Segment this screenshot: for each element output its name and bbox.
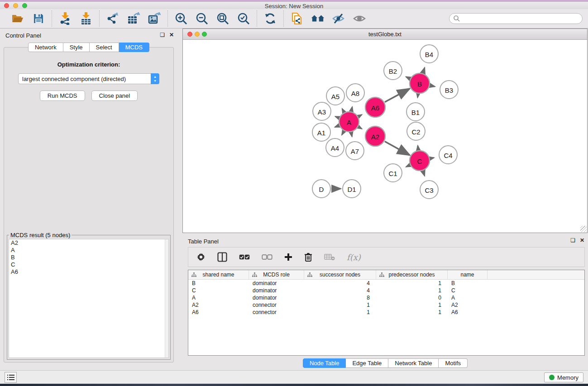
- table-cell[interactable]: 1: [304, 309, 376, 316]
- refresh-icon[interactable]: [263, 12, 277, 25]
- open-session-icon[interactable]: [11, 12, 24, 25]
- hide-graphics-details-icon[interactable]: [332, 12, 345, 25]
- show-graphics-details-icon[interactable]: [353, 12, 366, 25]
- import-network-icon[interactable]: [58, 12, 72, 25]
- table-cell[interactable]: 1: [376, 287, 448, 294]
- edge-C-C4[interactable]: [430, 157, 434, 158]
- table-cell[interactable]: 4: [304, 280, 376, 287]
- table-cell[interactable]: A6: [448, 309, 488, 316]
- table-cell[interactable]: 8: [304, 294, 376, 301]
- network-canvas[interactable]: B4B2BB3B1C2A5A8A6A3AA1A2A4A7C4CC1C3DD1: [183, 40, 587, 233]
- table-cell[interactable]: B: [448, 280, 488, 287]
- table-cell[interactable]: 1: [376, 301, 448, 309]
- edge-A-A8[interactable]: [351, 107, 352, 111]
- column-header[interactable]: MCDS role: [249, 270, 304, 279]
- table-cell[interactable]: A2: [448, 301, 488, 309]
- list-item[interactable]: A2: [9, 239, 168, 247]
- edge-A-A2[interactable]: [359, 127, 362, 129]
- edge-B-B3[interactable]: [430, 86, 435, 86]
- tab-motifs[interactable]: Motifs: [439, 358, 468, 368]
- window-resize-grip[interactable]: [580, 226, 587, 232]
- table-cell[interactable]: 1: [376, 280, 448, 287]
- edge-B-B1[interactable]: [418, 94, 418, 98]
- tab-select[interactable]: Select: [90, 43, 119, 52]
- mcds-result-list[interactable]: A2ABCA6: [9, 239, 169, 358]
- edge-A6-B[interactable]: [385, 89, 410, 102]
- list-scrollbar[interactable]: [165, 239, 168, 357]
- tab-node-table[interactable]: Node Table: [303, 358, 346, 368]
- search-input[interactable]: [449, 13, 583, 24]
- edge-A-A5[interactable]: [342, 109, 344, 112]
- edge-C-C1[interactable]: [406, 165, 410, 167]
- select-columns-icon[interactable]: [217, 251, 227, 263]
- export-image-icon[interactable]: [148, 12, 161, 25]
- table-row[interactable]: A6connector11A6: [188, 309, 584, 316]
- edge-B-B2[interactable]: [406, 77, 410, 79]
- column-header[interactable]: name: [448, 270, 488, 279]
- close-panel-icon[interactable]: ✕: [169, 32, 174, 38]
- tab-style[interactable]: Style: [63, 43, 90, 52]
- table-row[interactable]: Cdominator41C: [188, 287, 584, 294]
- settings-gear-icon[interactable]: [196, 251, 206, 263]
- table-row[interactable]: A2connector11A2: [188, 301, 584, 309]
- column-header[interactable]: predecessor nodes: [376, 270, 448, 279]
- network-graph[interactable]: B4B2BB3B1C2A5A8A6A3AA1A2A4A7C4CC1C3DD1: [183, 40, 587, 233]
- tab-network[interactable]: Network: [28, 43, 63, 52]
- list-item[interactable]: B: [9, 254, 168, 261]
- network-window-titlebar[interactable]: testGlobe.txt: [183, 29, 587, 40]
- tab-mcds[interactable]: MCDS: [119, 43, 149, 52]
- table-cell[interactable]: connector: [249, 301, 304, 309]
- zoom-fit-icon[interactable]: [216, 12, 229, 25]
- network-view-window[interactable]: testGlobe.txt B4B2BB3B1C2A5A8A6A3AA1A2A4…: [182, 29, 588, 233]
- edge-C-C3[interactable]: [423, 171, 425, 176]
- float-panel-icon[interactable]: ❏: [160, 32, 165, 38]
- table-cell[interactable]: 1: [376, 309, 448, 316]
- network-browser-icon[interactable]: [311, 12, 325, 25]
- list-item[interactable]: C: [9, 261, 168, 268]
- float-panel-icon[interactable]: ❏: [570, 237, 575, 243]
- table-cell[interactable]: A2: [188, 301, 249, 309]
- criterion-dropdown[interactable]: largest connected component (directed) ▲…: [18, 73, 159, 84]
- table-cell[interactable]: dominator: [249, 280, 304, 287]
- table-cell[interactable]: 4: [304, 287, 376, 294]
- table-cell[interactable]: A: [448, 294, 488, 301]
- add-row-icon[interactable]: [284, 251, 292, 263]
- table-cell[interactable]: A: [188, 294, 249, 301]
- list-item[interactable]: A: [9, 247, 168, 254]
- task-history-button[interactable]: [5, 372, 17, 383]
- column-header[interactable]: successor nodes: [304, 270, 376, 279]
- import-table-icon[interactable]: [79, 12, 93, 25]
- edge-B-B4[interactable]: [423, 67, 425, 73]
- edge-A-A4[interactable]: [342, 131, 344, 135]
- export-table-icon[interactable]: [127, 12, 140, 25]
- table-cell[interactable]: C: [188, 287, 249, 294]
- table-cell[interactable]: 1: [304, 301, 376, 309]
- delete-rows-icon[interactable]: [304, 251, 312, 263]
- table-cell[interactable]: A6: [188, 309, 249, 316]
- table-cell[interactable]: connector: [249, 309, 304, 316]
- node-table[interactable]: shared nameMCDS rolesuccessor nodesprede…: [188, 270, 585, 356]
- uncheck-all-icon[interactable]: [262, 251, 272, 263]
- column-header[interactable]: shared name: [188, 270, 249, 279]
- save-session-icon[interactable]: [32, 12, 45, 25]
- table-cell[interactable]: dominator: [249, 287, 304, 294]
- table-row[interactable]: Adominator80A: [188, 294, 584, 301]
- table-cell[interactable]: B: [188, 280, 249, 287]
- edge-A2-C[interactable]: [385, 142, 410, 155]
- edge-A-A6[interactable]: [359, 114, 362, 116]
- table-row[interactable]: Bdominator41B: [188, 280, 584, 287]
- table-cell[interactable]: C: [448, 287, 488, 294]
- check-all-icon[interactable]: [239, 251, 250, 263]
- table-cell[interactable]: dominator: [249, 294, 304, 301]
- edge-A-A7[interactable]: [351, 133, 352, 137]
- edge-A-A3[interactable]: [335, 116, 339, 118]
- table-cell[interactable]: 0: [376, 294, 448, 301]
- zoom-out-icon[interactable]: [195, 12, 209, 25]
- edge-A-A1[interactable]: [335, 125, 339, 127]
- zoom-in-icon[interactable]: [174, 12, 188, 25]
- zoom-selected-icon[interactable]: [237, 12, 250, 25]
- duplicate-network-icon[interactable]: [290, 12, 304, 25]
- export-network-icon[interactable]: [106, 12, 120, 25]
- app-titlebar[interactable]: Session: New Session: [0, 2, 588, 9]
- memory-button[interactable]: Memory: [544, 372, 583, 382]
